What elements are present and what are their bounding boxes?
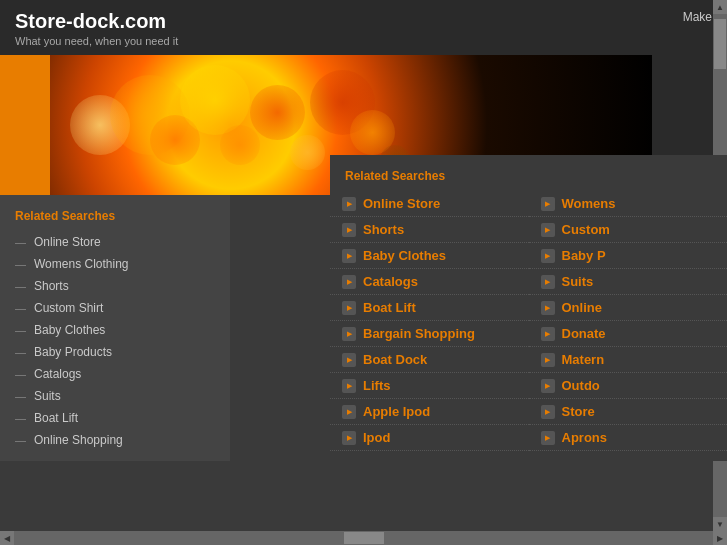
dropdown-arrow-icon [541,379,555,393]
dropdown-arrow-icon [342,327,356,341]
dropdown-item-boat-lift[interactable]: Boat Lift [330,295,529,321]
dropdown-item-womens-clothing[interactable]: Womens [529,191,728,217]
make-link[interactable]: Make [683,10,712,24]
dropdown-label: Online Store [363,196,440,211]
arrow-icon: — [15,434,26,446]
sidebar-item-shorts[interactable]: — Shorts [0,275,230,297]
dropdown-section-title: Related Searches [330,165,727,191]
dropdown-item-store[interactable]: Store [529,399,728,425]
dropdown-label: Boat Dock [363,352,427,367]
arrow-icon: — [15,236,26,248]
arrow-icon: — [15,346,26,358]
dropdown-label: Donate [562,326,606,341]
dropdown-label: Catalogs [363,274,418,289]
dropdown-item-online-store[interactable]: Online Store [330,191,529,217]
sidebar-label: Baby Clothes [34,323,105,337]
dropdown-arrow-icon [342,353,356,367]
sidebar-label: Online Shopping [34,433,123,447]
dropdown-arrow-icon [541,223,555,237]
sidebar-item-boat-lift[interactable]: — Boat Lift [0,407,230,429]
dropdown-arrow-icon [342,431,356,445]
scroll-down-button[interactable]: ▼ [713,517,727,531]
dropdown-panel: Related Searches Online Store Womens Sho… [330,155,727,461]
dropdown-item-suits[interactable]: Suits [529,269,728,295]
scroll-thumb[interactable] [714,19,726,69]
dropdown-label: Shorts [363,222,404,237]
dropdown-item-aprons[interactable]: Aprons [529,425,728,451]
arrow-icon: — [15,368,26,380]
dropdown-item-lifts[interactable]: Lifts [330,373,529,399]
dropdown-label: Custom [562,222,610,237]
dropdown-label: Matern [562,352,605,367]
dropdown-label: Aprons [562,430,608,445]
sidebar-item-online-shopping[interactable]: — Online Shopping [0,429,230,451]
dropdown-item-shorts[interactable]: Shorts [330,217,529,243]
dropdown-arrow-icon [342,249,356,263]
sidebar-label: Online Store [34,235,101,249]
dropdown-arrow-icon [541,301,555,315]
dropdown-arrow-icon [541,275,555,289]
sidebar-label: Shorts [34,279,69,293]
dropdown-arrow-icon [342,379,356,393]
arrow-icon: — [15,390,26,402]
dropdown-item-maternity[interactable]: Matern [529,347,728,373]
header-left: Store-dock.com What you need, when you n… [15,10,178,47]
dropdown-item-apple-ipod[interactable]: Apple Ipod [330,399,529,425]
dropdown-label: Baby Clothes [363,248,446,263]
dropdown-arrow-icon [541,327,555,341]
sidebar-item-catalogs[interactable]: — Catalogs [0,363,230,385]
arrow-icon: — [15,324,26,336]
dropdown-arrow-icon [541,431,555,445]
horizontal-scrollbar[interactable]: ◀ ▶ [0,531,727,545]
dropdown-arrow-icon [541,353,555,367]
sidebar-item-baby-products[interactable]: — Baby Products [0,341,230,363]
sidebar-item-baby-clothes[interactable]: — Baby Clothes [0,319,230,341]
dropdown-item-bargain-shopping[interactable]: Bargain Shopping [330,321,529,347]
dropdown-arrow-icon [342,275,356,289]
sidebar: Related Searches — Online Store — Womens… [0,195,230,461]
dropdown-grid: Online Store Womens Shorts Custom Baby C… [330,191,727,451]
dropdown-item-catalogs[interactable]: Catalogs [330,269,529,295]
dropdown-item-custom-shirt[interactable]: Custom [529,217,728,243]
arrow-icon: — [15,280,26,292]
dropdown-label: Boat Lift [363,300,416,315]
dropdown-label: Ipod [363,430,390,445]
dropdown-label: Apple Ipod [363,404,430,419]
sidebar-label: Womens Clothing [34,257,129,271]
sidebar-section-title: Related Searches [0,205,230,231]
sidebar-label: Custom Shirt [34,301,103,315]
dropdown-item-donate[interactable]: Donate [529,321,728,347]
sidebar-item-suits[interactable]: — Suits [0,385,230,407]
dropdown-item-outdoor[interactable]: Outdo [529,373,728,399]
dropdown-item-baby-products[interactable]: Baby P [529,243,728,269]
scroll-right-button[interactable]: ▶ [713,531,727,545]
sidebar-item-online-store[interactable]: — Online Store [0,231,230,253]
dropdown-arrow-icon [342,197,356,211]
dropdown-item-baby-clothes[interactable]: Baby Clothes [330,243,529,269]
dropdown-arrow-icon [342,301,356,315]
arrow-icon: — [15,302,26,314]
sidebar-item-womens-clothing[interactable]: — Womens Clothing [0,253,230,275]
h-scroll-track[interactable] [14,531,713,545]
scroll-up-button[interactable]: ▲ [713,0,727,14]
scroll-left-button[interactable]: ◀ [0,531,14,545]
dropdown-arrow-icon [342,405,356,419]
dropdown-arrow-icon [541,197,555,211]
site-title: Store-dock.com [15,10,178,33]
h-scroll-thumb[interactable] [344,532,384,544]
dropdown-label: Lifts [363,378,390,393]
dropdown-arrow-icon [342,223,356,237]
dropdown-label: Womens [562,196,616,211]
dropdown-label: Online [562,300,602,315]
dropdown-arrow-icon [541,249,555,263]
arrow-icon: — [15,258,26,270]
sidebar-label: Catalogs [34,367,81,381]
dropdown-item-online[interactable]: Online [529,295,728,321]
dropdown-label: Outdo [562,378,600,393]
sidebar-item-custom-shirt[interactable]: — Custom Shirt [0,297,230,319]
sidebar-label: Suits [34,389,61,403]
dropdown-label: Baby P [562,248,606,263]
dropdown-item-boat-dock[interactable]: Boat Dock [330,347,529,373]
banner-accent [0,55,50,195]
dropdown-item-ipod[interactable]: Ipod [330,425,529,451]
